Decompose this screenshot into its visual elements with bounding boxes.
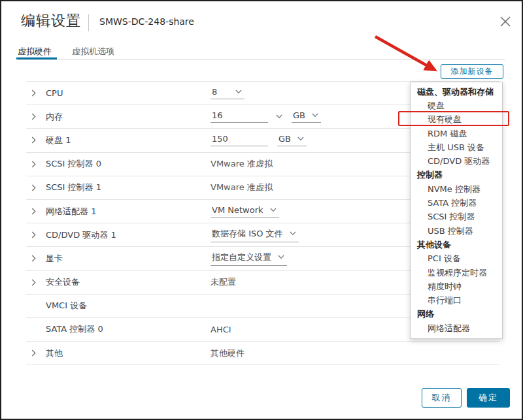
tab-virtual-hardware[interactable]: 虚拟硬件 xyxy=(18,46,52,57)
menu-item[interactable]: 网络适配器 xyxy=(411,321,502,335)
menu-item[interactable]: CD/DVD 驱动器 xyxy=(411,154,502,168)
row-label: 安全设备 xyxy=(46,276,211,288)
value-input[interactable] xyxy=(211,110,268,123)
annotation-arrow xyxy=(366,26,448,77)
menu-item[interactable]: 硬盘 xyxy=(411,99,502,112)
row-value-text: 其他硬件 xyxy=(211,347,245,359)
menu-item[interactable]: 精度时钟 xyxy=(411,280,502,293)
tabs-divider xyxy=(18,59,505,60)
row-value-text: 未配置 xyxy=(211,276,236,288)
unit-select[interactable]: GB xyxy=(277,134,307,146)
selected-value: 数据存储 ISO 文件 xyxy=(212,228,283,240)
chevron-down-icon xyxy=(278,255,284,259)
value-input[interactable] xyxy=(211,134,268,146)
row-label: 显卡 xyxy=(46,253,211,265)
chevron-down-icon xyxy=(297,137,304,141)
value-select[interactable]: 指定自定义设置 xyxy=(211,251,287,266)
chevron-down-icon xyxy=(312,113,318,118)
expand-chevron-icon[interactable] xyxy=(31,279,43,286)
selected-value: 8 xyxy=(212,87,217,97)
row-control: GB xyxy=(211,110,321,123)
menu-item[interactable]: 串行端口 xyxy=(411,293,502,307)
chevron-down-icon[interactable] xyxy=(276,114,282,119)
vm-name: SMWS-DC-248-share xyxy=(99,16,194,27)
row-label: VMCI 设备 xyxy=(46,300,211,312)
active-tab-underline xyxy=(16,57,57,59)
close-icon[interactable] xyxy=(498,14,513,29)
ok-button[interactable]: 确定 xyxy=(467,388,510,408)
row-control: VMware 准虚拟 xyxy=(211,182,273,193)
selected-value: 指定自定义设置 xyxy=(212,251,271,263)
row-control: VM Network xyxy=(211,205,279,218)
menu-item[interactable]: SCSI 控制器 xyxy=(411,210,502,224)
row-value-text: VMware 准虚拟 xyxy=(211,182,273,193)
menu-item[interactable]: 监视程序定时器 xyxy=(411,266,502,280)
tab-vm-options[interactable]: 虚拟机选项 xyxy=(72,46,114,57)
add-device-menu: 磁盘、驱动器和存储硬盘现有硬盘RDM 磁盘主机 USB 设备CD/DVD 驱动器… xyxy=(410,82,503,339)
menu-item[interactable]: SATA 控制器 xyxy=(411,196,502,210)
title-divider xyxy=(88,14,89,31)
row-value-text: VMware 准虚拟 xyxy=(211,158,273,170)
chevron-down-icon xyxy=(235,89,242,94)
value-select[interactable]: VM Network xyxy=(211,205,279,218)
add-new-device-button[interactable]: 添加新设备 xyxy=(441,64,503,79)
chevron-down-icon xyxy=(270,208,277,212)
expand-chevron-icon[interactable] xyxy=(31,161,43,168)
hardware-row: 其他其他硬件 xyxy=(26,342,499,365)
menu-item[interactable]: 现有硬盘 xyxy=(411,113,502,127)
selected-value: VM Network xyxy=(212,205,263,215)
expand-chevron-icon[interactable] xyxy=(31,231,43,238)
row-control: AHCI xyxy=(211,325,231,334)
menu-group-header: 其他设备 xyxy=(411,238,502,251)
row-label: CD/DVD 驱动器 1 xyxy=(46,229,211,241)
row-control: 其他硬件 xyxy=(211,347,245,359)
cancel-button[interactable]: 取消 xyxy=(422,388,462,408)
row-label: 网络适配器 1 xyxy=(46,206,211,218)
row-control: 未配置 xyxy=(211,276,236,288)
row-label: 硬盘 1 xyxy=(46,135,211,146)
row-label: 其他 xyxy=(46,347,211,359)
expand-chevron-icon[interactable] xyxy=(31,184,43,191)
expand-chevron-icon[interactable] xyxy=(31,89,43,97)
chevron-down-icon xyxy=(290,231,296,236)
expand-chevron-icon[interactable] xyxy=(31,113,43,120)
selected-unit: GB xyxy=(293,110,305,120)
row-label: SCSI 控制器 1 xyxy=(46,182,211,193)
menu-group-header: 网络 xyxy=(411,308,502,321)
row-control: 8 xyxy=(211,87,245,99)
row-label: CPU xyxy=(46,88,211,98)
menu-item[interactable]: USB 控制器 xyxy=(411,224,502,238)
row-control: 数据存储 ISO 文件 xyxy=(211,228,299,242)
expand-chevron-icon[interactable] xyxy=(31,349,43,357)
menu-item[interactable]: RDM 磁盘 xyxy=(411,127,502,140)
row-control: GB xyxy=(211,134,307,146)
menu-group-header: 磁盘、驱动器和存储 xyxy=(411,85,502,99)
menu-item[interactable]: NVMe 控制器 xyxy=(411,182,502,196)
row-label: 内存 xyxy=(46,111,211,123)
selected-unit: GB xyxy=(278,134,291,144)
row-label: SCSI 控制器 0 xyxy=(46,158,211,170)
menu-group-header: 控制器 xyxy=(411,169,502,182)
edit-settings-dialog: 编辑设置 SMWS-DC-248-share 虚拟硬件 虚拟机选项 添加新设备 … xyxy=(0,0,523,420)
menu-item[interactable]: 主机 USB 设备 xyxy=(411,140,502,154)
row-label: SATA 控制器 0 xyxy=(46,323,211,335)
value-select[interactable]: 8 xyxy=(211,87,245,99)
expand-chevron-icon[interactable] xyxy=(31,137,43,144)
value-select[interactable]: 数据存储 ISO 文件 xyxy=(211,228,299,242)
row-control: 指定自定义设置 xyxy=(211,251,287,266)
unit-select[interactable]: GB xyxy=(292,110,321,123)
expand-chevron-icon[interactable] xyxy=(31,255,43,262)
row-value-text: AHCI xyxy=(211,325,231,334)
expand-chevron-icon[interactable] xyxy=(31,208,43,215)
menu-item[interactable]: PCI 设备 xyxy=(411,252,502,266)
dialog-title: 编辑设置 xyxy=(21,11,81,31)
row-control: VMware 准虚拟 xyxy=(211,158,273,170)
